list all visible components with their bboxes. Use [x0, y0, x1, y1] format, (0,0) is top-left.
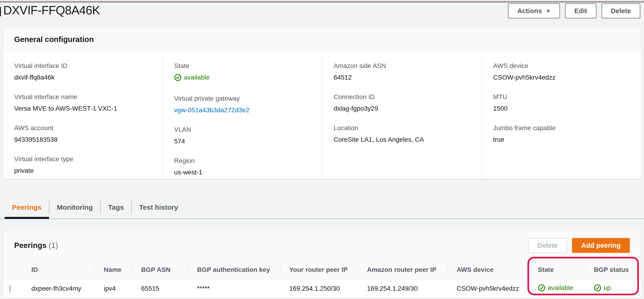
row-radio-button[interactable]	[10, 285, 10, 292]
header-id: ID	[28, 260, 94, 280]
peering-table-row[interactable]: dxpeer-fh3cv4my ipv4 65515 ***** 169.254…	[3, 280, 641, 297]
vgw-link[interactable]: vgw-051a43b3da272d3e2	[174, 106, 249, 114]
tab-tags[interactable]: Tags	[101, 196, 132, 219]
cell-id: dxpeer-fh3cv4my	[28, 285, 94, 292]
field-jumbo-frame-capable: Jumbo frame capable true	[493, 124, 632, 144]
field-virtual-private-gateway: Virtual private gateway vgw-051a43b3da27…	[174, 94, 313, 114]
add-peering-button[interactable]: Add peering	[572, 238, 630, 253]
detail-tabs: Peerings Monitoring Tags Test history	[0, 196, 644, 219]
general-configuration-header: General configuration	[3, 27, 641, 52]
edit-button[interactable]: Edit	[565, 3, 596, 18]
peerings-panel-header: Peerings (1) Delete Add peering	[3, 231, 641, 260]
window-left-edge	[0, 7, 1, 16]
check-circle-icon	[594, 284, 601, 292]
field-state: State available	[174, 62, 313, 83]
peerings-title: Peerings (1)	[14, 241, 58, 250]
field-virtual-interface-type: Virtual interface type private	[14, 155, 153, 175]
page-header: DXVIF-FFQ8A46K Actions ▼ Edit Delete	[3, 3, 640, 18]
peerings-count: (1)	[49, 241, 58, 250]
state-status: available	[174, 73, 210, 82]
actions-menu-button[interactable]: Actions ▼	[508, 3, 560, 18]
general-col-2: State available Virtual private gateway …	[162, 52, 322, 179]
header-state: State	[531, 260, 586, 280]
header-aws-device: AWS device	[447, 260, 531, 280]
header-bgp-authentication-key: BGP authentication key	[188, 260, 280, 280]
window-top-strip	[0, 0, 644, 2]
field-vlan: VLAN 574	[174, 125, 313, 145]
header-select	[3, 260, 28, 280]
delete-peering-button[interactable]: Delete	[528, 238, 567, 253]
cell-name: ipv4	[94, 285, 132, 292]
caret-down-icon: ▼	[546, 8, 551, 14]
general-col-1: Virtual interface ID dxvif-ffq8a46k Virt…	[3, 52, 162, 179]
general-col-4: AWS device CSOW-pvh5krv4edzz MTU 1500 Ju…	[482, 52, 641, 179]
field-virtual-interface-id: Virtual interface ID dxvif-ffq8a46k	[14, 62, 153, 82]
field-connection-id: Connection ID dxlag-fgpo3y29	[334, 93, 472, 113]
page-title: DXVIF-FFQ8A46K	[3, 3, 100, 17]
delete-button[interactable]: Delete	[602, 3, 640, 18]
cell-bgp-authentication-key: *****	[188, 285, 280, 292]
header-amazon-router-peer-ip: Amazon router peer IP	[358, 260, 447, 280]
cell-aws-device: CSOW-pvh5krv4edzz	[447, 285, 531, 292]
field-mtu: MTU 1500	[493, 93, 632, 113]
header-name: Name	[94, 260, 132, 280]
tab-peerings[interactable]: Peerings	[5, 196, 49, 219]
header-bgp-asn: BGP ASN	[132, 260, 188, 280]
field-aws-device: AWS device CSOW-pvh5krv4edzz	[493, 62, 632, 82]
field-amazon-side-asn: Amazon side ASN 64512	[334, 62, 472, 82]
check-circle-icon	[538, 284, 545, 292]
tab-test-history[interactable]: Test history	[132, 196, 186, 219]
general-configuration-title: General configuration	[14, 35, 94, 44]
cell-bgp-status: up	[586, 284, 641, 293]
general-col-3: Amazon side ASN 64512 Connection ID dxla…	[322, 52, 482, 179]
field-region: Region us-west-1	[174, 157, 313, 177]
peerings-table-header: ID Name BGP ASN BGP authentication key Y…	[3, 260, 641, 280]
header-your-router-peer-ip: Your router peer IP	[280, 260, 358, 280]
cell-your-router-peer-ip: 169.254.1.250/30	[280, 285, 358, 292]
cell-state: available	[531, 284, 586, 293]
virtual-interface-detail-page: DXVIF-FFQ8A46K Actions ▼ Edit Delete Gen…	[0, 0, 644, 299]
header-bgp-status: BGP status	[586, 260, 641, 280]
tab-monitoring[interactable]: Monitoring	[50, 196, 100, 219]
cell-bgp-asn: 65515	[132, 285, 188, 292]
peerings-actions: Delete Add peering	[528, 238, 630, 253]
cell-amazon-router-peer-ip: 169.254.1.249/30	[358, 285, 447, 292]
peerings-panel: Peerings (1) Delete Add peering ID Name …	[3, 231, 641, 297]
field-location: Location CoreSite LA1, Los Angeles, CA	[334, 124, 472, 144]
field-virtual-interface-name: Virtual interface name Versa MVE to AWS-…	[14, 93, 153, 113]
general-configuration-card: General configuration Virtual interface …	[3, 27, 641, 179]
field-aws-account: AWS account 943395183538	[14, 124, 153, 144]
check-circle-icon	[174, 74, 182, 81]
header-actions: Actions ▼ Edit Delete	[508, 3, 640, 18]
general-configuration-body: Virtual interface ID dxvif-ffq8a46k Virt…	[3, 52, 641, 179]
